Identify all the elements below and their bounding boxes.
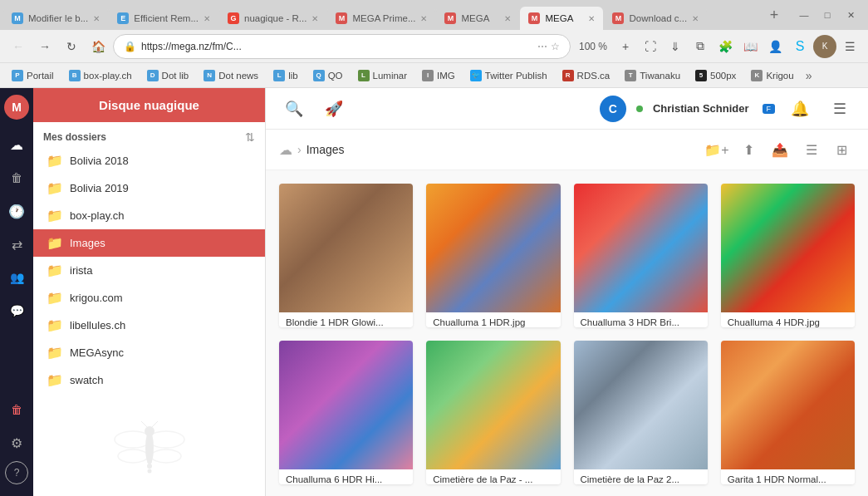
tab-favicon: M: [528, 12, 540, 24]
tab-close-icon[interactable]: ✕: [504, 14, 511, 23]
bookmark-item[interactable]: L Luminar: [353, 68, 413, 83]
image-card[interactable]: Cimetière de la Paz - ...: [426, 341, 560, 484]
folder-section-header: Mes dossiers ⇅: [33, 122, 265, 147]
browser-tab-tab1[interactable]: M Modifier le b... ✕: [3, 7, 108, 30]
folder-item[interactable]: 📁 Images: [33, 229, 265, 257]
skype-icon[interactable]: S: [788, 35, 812, 58]
hamburger-menu-button[interactable]: ☰: [825, 94, 855, 124]
tab-favicon: M: [444, 12, 456, 24]
image-card[interactable]: Blondie 1 HDR Glowi...: [279, 184, 413, 327]
folder-sort-icon[interactable]: ⇅: [245, 130, 255, 144]
home-button[interactable]: 🏠: [86, 35, 110, 58]
list-view-button[interactable]: ☰: [798, 136, 825, 163]
tab-label: nuagique - R...: [244, 13, 306, 23]
reload-button[interactable]: ↻: [60, 35, 83, 58]
grid-view-button[interactable]: ⊞: [828, 136, 855, 163]
zoom-level[interactable]: 100 %: [574, 35, 612, 58]
folder-name: krigou.com: [70, 292, 123, 304]
folder-item[interactable]: 📁 libellules.ch: [33, 312, 265, 339]
tab-manager-button[interactable]: ⧉: [689, 35, 712, 58]
bookmark-item[interactable]: T Tiwanaku: [620, 68, 685, 83]
maximize-button[interactable]: □: [817, 7, 838, 23]
minimize-button[interactable]: —: [793, 7, 815, 23]
folder-item[interactable]: 📁 krigou.com: [33, 284, 265, 312]
new-folder-button[interactable]: 📁+: [704, 136, 730, 163]
sidebar-icon-users[interactable]: 👥: [2, 263, 32, 292]
browser-tab-tab2[interactable]: E Efficient Rem... ✕: [109, 7, 218, 30]
tab-close-icon[interactable]: ✕: [311, 14, 318, 23]
bookmark-label: Krigou: [766, 71, 793, 81]
bookmark-item[interactable]: B box-play.ch: [64, 68, 137, 83]
sidebar-icon-trash-full[interactable]: 🗑: [2, 395, 32, 425]
rocket-icon[interactable]: 🚀: [319, 94, 349, 124]
mega-logo[interactable]: M: [4, 95, 29, 120]
bookmark-label: lib: [288, 71, 298, 81]
bookmark-item[interactable]: Q QO: [308, 68, 348, 83]
close-button[interactable]: ✕: [840, 7, 861, 23]
folder-item[interactable]: 📁 MEGAsync: [33, 339, 265, 366]
browser-tab-tab5[interactable]: M MEGA ✕: [436, 7, 519, 30]
bookmark-item[interactable]: D Dot lib: [142, 68, 194, 83]
image-card[interactable]: Chualluma 6 HDR Hi...: [279, 341, 413, 484]
image-card[interactable]: Chualluma 4 HDR.jpg: [721, 184, 855, 327]
folder-item[interactable]: 📁 irista: [33, 257, 265, 284]
folder-item[interactable]: 📁 Bolivia 2018: [33, 147, 265, 174]
bookmark-item[interactable]: K Krigou: [746, 68, 798, 83]
browser-tab-tab4[interactable]: M MEGA Prime... ✕: [327, 7, 435, 30]
browser-tab-tab7[interactable]: M Download c... ✕: [604, 7, 707, 30]
reading-mode-button[interactable]: 📖: [738, 35, 762, 58]
sidebar-icon-clock[interactable]: 🕐: [2, 196, 32, 226]
bookmark-item[interactable]: 5 500px: [690, 68, 741, 83]
tab-close-icon[interactable]: ✕: [93, 14, 100, 23]
image-card[interactable]: Cimetière de la Paz 2...: [574, 341, 708, 484]
extensions-button[interactable]: 🧩: [714, 35, 737, 58]
forward-button[interactable]: →: [33, 35, 56, 58]
folder-item[interactable]: 📁 Bolivia 2019: [33, 174, 265, 202]
share-folder-button[interactable]: 📤: [767, 136, 793, 163]
bookmark-star-icon[interactable]: ☆: [551, 41, 560, 52]
browser-tab-tab6[interactable]: M MEGA ✕: [520, 7, 603, 30]
tab-close-icon[interactable]: ✕: [420, 14, 427, 23]
bookmark-item[interactable]: N Dot news: [199, 68, 263, 83]
bookmarks-more-button[interactable]: »: [806, 69, 812, 82]
folder-item[interactable]: 📁 swatch: [33, 366, 265, 394]
sidebar-icon-help[interactable]: ?: [5, 461, 28, 484]
browser-tab-tab3[interactable]: G nuagique - R... ✕: [219, 7, 326, 30]
tab-close-icon[interactable]: ✕: [692, 14, 699, 23]
fullscreen-button[interactable]: ⛶: [639, 35, 662, 58]
search-button[interactable]: 🔍: [279, 94, 309, 124]
address-bar[interactable]: 🔒 https://mega.nz/fm/C... ⋯ ☆: [113, 34, 571, 59]
download-button[interactable]: ⇓: [664, 35, 687, 58]
notifications-button[interactable]: 🔔: [785, 94, 815, 124]
new-tab-button[interactable]: +: [762, 0, 787, 30]
sidebar-icon-chat[interactable]: 💬: [2, 296, 32, 326]
tab-favicon: M: [12, 12, 23, 24]
bookmark-label: Dot news: [218, 71, 258, 81]
svg-point-3: [118, 449, 148, 463]
account-button[interactable]: 👤: [763, 35, 787, 58]
zoom-in-button[interactable]: +: [614, 35, 637, 58]
menu-button[interactable]: ☰: [838, 35, 861, 58]
sidebar-icon-transfer[interactable]: ⇄: [2, 229, 32, 259]
image-card[interactable]: Garita 1 HDR Normal...: [721, 341, 855, 484]
bookmark-item[interactable]: L lib: [268, 68, 303, 83]
image-card[interactable]: Chualluma 1 HDR.jpg: [426, 184, 560, 327]
sidebar-icon-cloud[interactable]: ☁: [2, 130, 32, 160]
svg-line-6: [141, 421, 147, 427]
bookmark-item[interactable]: P Portail: [7, 68, 59, 83]
sidebar-icon-trash[interactable]: 🗑: [2, 163, 32, 193]
extensions-icon[interactable]: ⋯: [537, 41, 547, 52]
image-card[interactable]: Chualluma 3 HDR Bri...: [574, 184, 708, 327]
sidebar-icon-settings[interactable]: ⚙: [2, 428, 32, 458]
svg-point-9: [147, 464, 152, 469]
bookmark-item[interactable]: I IMG: [417, 68, 460, 83]
folder-item[interactable]: 📁 box-play.ch: [33, 202, 265, 229]
back-button[interactable]: ←: [7, 35, 30, 58]
tab-close-icon[interactable]: ✕: [588, 14, 595, 23]
profile-avatar[interactable]: K: [813, 35, 836, 58]
tab-close-icon[interactable]: ✕: [204, 14, 210, 23]
bookmark-item[interactable]: 🐦 Twitter Publish: [465, 68, 552, 83]
breadcrumb-text: Images: [306, 143, 345, 156]
bookmark-item[interactable]: R RDS.ca: [557, 68, 615, 83]
upload-button[interactable]: ⬆: [735, 136, 762, 163]
